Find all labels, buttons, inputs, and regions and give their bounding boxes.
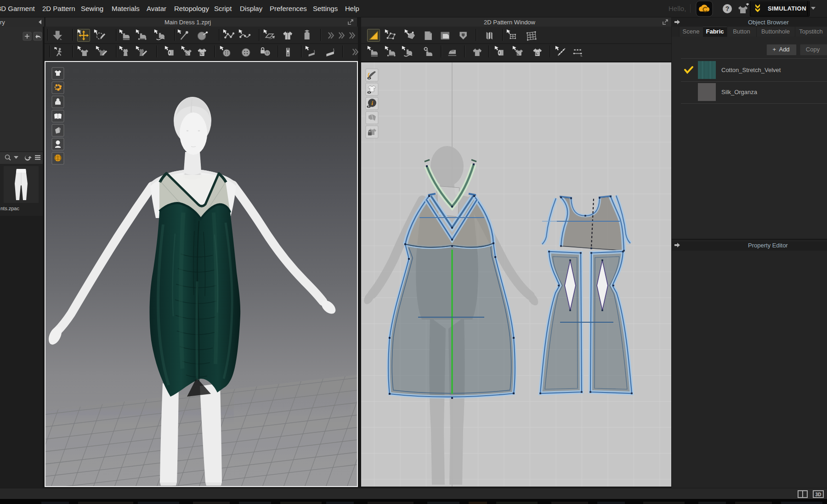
svg-text:i: i xyxy=(371,100,373,106)
svg-text:3D: 3D xyxy=(816,492,821,497)
svg-text:?: ? xyxy=(725,5,730,12)
